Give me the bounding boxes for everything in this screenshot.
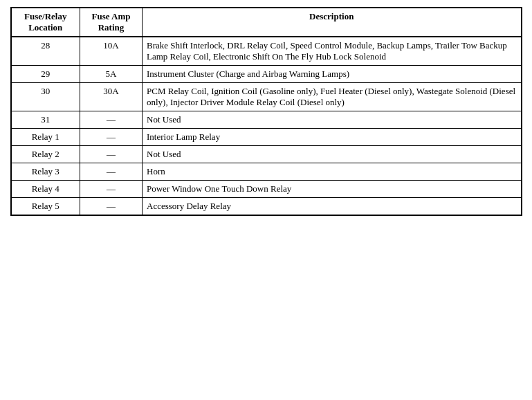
cell-location: Relay 3 bbox=[11, 163, 80, 181]
table-row: 3030APCM Relay Coil, Ignition Coil (Gaso… bbox=[11, 83, 522, 111]
fuse-relay-table-container: Fuse/RelayLocation Fuse AmpRating Descri… bbox=[10, 7, 522, 216]
cell-description: Power Window One Touch Down Relay bbox=[143, 181, 522, 198]
cell-description: Interior Lamp Relay bbox=[143, 129, 522, 146]
cell-location: Relay 2 bbox=[11, 146, 80, 163]
cell-rating: — bbox=[80, 181, 143, 198]
cell-location: Relay 1 bbox=[11, 129, 80, 146]
fuse-relay-table: Fuse/RelayLocation Fuse AmpRating Descri… bbox=[10, 7, 522, 216]
cell-description: Not Used bbox=[143, 146, 522, 163]
cell-location: 31 bbox=[11, 111, 80, 129]
table-row: 2810ABrake Shift Interlock, DRL Relay Co… bbox=[11, 37, 522, 66]
table-row: Relay 5—Accessory Delay Relay bbox=[11, 198, 522, 216]
cell-description: Brake Shift Interlock, DRL Relay Coil, S… bbox=[143, 37, 522, 66]
cell-rating: — bbox=[80, 129, 143, 146]
cell-description: Accessory Delay Relay bbox=[143, 198, 522, 216]
header-location: Fuse/RelayLocation bbox=[11, 8, 80, 37]
cell-rating: — bbox=[80, 146, 143, 163]
cell-location: 29 bbox=[11, 66, 80, 83]
cell-rating: — bbox=[80, 111, 143, 129]
table-row: 31—Not Used bbox=[11, 111, 522, 129]
cell-description: Not Used bbox=[143, 111, 522, 129]
cell-rating: 30A bbox=[80, 83, 143, 111]
cell-location: 28 bbox=[11, 37, 80, 66]
cell-rating: 5A bbox=[80, 66, 143, 83]
cell-description: Instrument Cluster (Charge and Airbag Wa… bbox=[143, 66, 522, 83]
cell-location: Relay 5 bbox=[11, 198, 80, 216]
table-row: Relay 4—Power Window One Touch Down Rela… bbox=[11, 181, 522, 198]
table-row: Relay 3—Horn bbox=[11, 163, 522, 181]
cell-rating: — bbox=[80, 163, 143, 181]
table-body: 2810ABrake Shift Interlock, DRL Relay Co… bbox=[11, 37, 522, 215]
cell-rating: — bbox=[80, 198, 143, 216]
cell-location: 30 bbox=[11, 83, 80, 111]
cell-location: Relay 4 bbox=[11, 181, 80, 198]
table-row: Relay 1—Interior Lamp Relay bbox=[11, 129, 522, 146]
table-row: Relay 2—Not Used bbox=[11, 146, 522, 163]
table-row: 295AInstrument Cluster (Charge and Airba… bbox=[11, 66, 522, 83]
header-rating: Fuse AmpRating bbox=[80, 8, 143, 37]
table-header-row: Fuse/RelayLocation Fuse AmpRating Descri… bbox=[11, 8, 522, 37]
header-description: Description bbox=[143, 8, 522, 37]
cell-description: PCM Relay Coil, Ignition Coil (Gasoline … bbox=[143, 83, 522, 111]
cell-description: Horn bbox=[143, 163, 522, 181]
cell-rating: 10A bbox=[80, 37, 143, 66]
